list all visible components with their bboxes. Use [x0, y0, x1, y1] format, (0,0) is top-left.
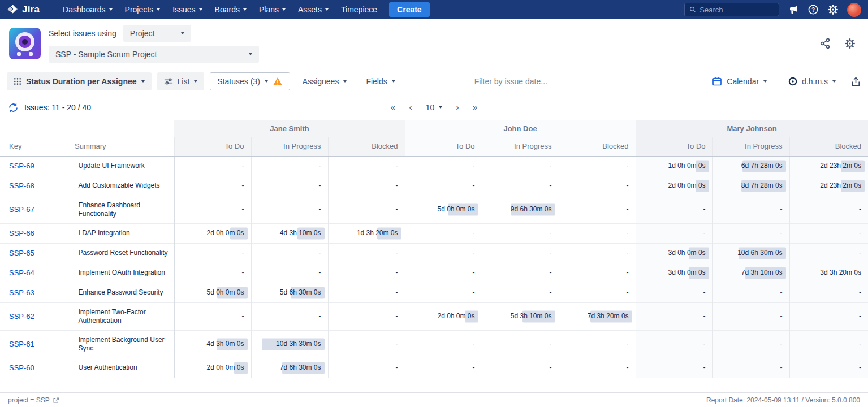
duration-cell: - — [482, 283, 559, 302]
previous-page-button[interactable]: ‹ — [409, 103, 412, 112]
create-button[interactable]: Create — [389, 2, 430, 17]
announcements-button[interactable] — [788, 4, 799, 15]
topnav-item-assets[interactable]: Assets — [292, 0, 335, 19]
topnav-item-plans[interactable]: Plans — [253, 0, 292, 19]
issue-source-select[interactable]: Project — [123, 25, 191, 42]
duration-cell: - — [405, 330, 482, 358]
duration-cell-content: - — [718, 340, 785, 349]
topnav-item-projects[interactable]: Projects — [119, 0, 167, 19]
duration-cell-content: - — [333, 205, 400, 214]
issue-key-link[interactable]: SSP-67 — [9, 205, 34, 214]
duration-cell: - — [789, 283, 868, 302]
share-report-button[interactable] — [819, 38, 831, 49]
duration-cell: 3d 0h 0m 0s — [636, 243, 712, 263]
duration-cell: - — [405, 223, 482, 243]
user-avatar[interactable] — [847, 3, 861, 17]
sliders-icon — [164, 77, 173, 86]
assignees-filter-label: Assignees — [303, 77, 339, 86]
duration-cell-content: - — [179, 205, 247, 214]
duration-cell: - — [328, 263, 405, 283]
issue-summary-cell: Implement Two-Factor Authentication — [74, 302, 174, 330]
help-button[interactable]: ? — [807, 4, 819, 15]
status-column-header: In Progress — [482, 137, 559, 156]
duration-value: 4d 3h 10m 0s — [280, 229, 323, 237]
duration-cell: - — [328, 156, 405, 176]
select-issues-label: Select issues using — [49, 29, 116, 38]
toolbar-right: Calendar d.h.m.s — [705, 72, 861, 90]
calendar-select-button[interactable]: Calendar — [705, 72, 774, 90]
first-page-button[interactable]: « — [390, 103, 395, 112]
report-type-select[interactable]: Status Duration per Assignee — [7, 72, 152, 90]
chevron-down-icon — [265, 80, 268, 83]
duration-cell: - — [712, 196, 789, 223]
issue-key-link[interactable]: SSP-61 — [9, 340, 34, 348]
issue-key-link[interactable]: SSP-62 — [9, 312, 34, 321]
settings-button[interactable] — [827, 4, 839, 15]
duration-cell: - — [636, 283, 712, 302]
duration-cell: - — [789, 223, 868, 243]
issue-key-link[interactable]: SSP-66 — [9, 229, 34, 237]
page: Jira DashboardsProjectsIssuesBoardsPlans… — [0, 0, 868, 407]
report-footer: project = SSP Report Date: 2024-05-09 13… — [0, 392, 868, 407]
topnav-item-dashboards[interactable]: Dashboards — [57, 0, 119, 19]
duration-cell-content: - — [794, 249, 863, 258]
issue-summary-cell: Password Reset Functionality — [74, 243, 174, 263]
duration-cell: - — [251, 176, 328, 196]
project-select[interactable]: SSP - Sample Scrum Project — [49, 46, 259, 63]
jira-logo[interactable]: Jira — [7, 4, 40, 16]
issues-bar: Issues: 11 - 20 / 40 « ‹ 10 › » — [0, 95, 868, 120]
assignees-filter-button[interactable]: Assignees — [296, 72, 354, 90]
issue-date-filter-input[interactable] — [474, 77, 593, 86]
duration-cell: - — [559, 196, 636, 223]
issue-key-link[interactable]: SSP-68 — [9, 181, 34, 190]
refresh-button[interactable] — [8, 102, 19, 113]
time-format-select-button[interactable]: d.h.m.s — [781, 72, 843, 90]
issue-summary-cell: Update UI Framework — [74, 156, 174, 176]
issue-source-value: Project — [130, 29, 155, 38]
duration-cell-content: 2d 0h 0m 0s — [410, 312, 477, 321]
duration-cell: - — [482, 330, 559, 358]
last-page-button[interactable]: » — [473, 103, 478, 112]
external-link-icon[interactable] — [53, 397, 59, 404]
duration-cell-content: - — [641, 340, 708, 349]
chevron-down-icon — [109, 8, 113, 11]
duration-cell-content: 5d 0h 0m 0s — [410, 205, 477, 214]
topnav-item-label: Boards — [215, 5, 240, 14]
duration-empty: - — [859, 312, 863, 320]
statuses-filter-button[interactable]: Statuses (3) — [210, 72, 290, 90]
topnav-item-issues[interactable]: Issues — [166, 0, 208, 19]
chevron-down-icon — [157, 8, 160, 11]
duration-empty: - — [396, 205, 400, 213]
page-size-select[interactable]: 10 — [426, 103, 443, 112]
topnav-item-label: Plans — [259, 5, 279, 14]
duration-cell: - — [559, 283, 636, 302]
report-settings-button[interactable] — [844, 38, 856, 49]
duration-cell-content: - — [487, 340, 554, 349]
status-column-header: Blocked — [328, 137, 405, 156]
issue-key-link[interactable]: SSP-65 — [9, 249, 34, 257]
topnav-item-boards[interactable]: Boards — [209, 0, 253, 19]
duration-value: 2d 0h 0m 0s — [206, 229, 246, 237]
report-toolbar: Status Duration per Assignee List Status… — [0, 68, 868, 95]
report-type-value: Status Duration per Assignee — [26, 77, 137, 86]
issue-key-link[interactable]: SSP-60 — [9, 363, 34, 372]
duration-cell-content: - — [564, 229, 631, 238]
fields-select-button[interactable]: Fields — [359, 72, 401, 90]
view-mode-select[interactable]: List — [157, 72, 205, 90]
issue-key-link[interactable]: SSP-64 — [9, 269, 34, 277]
issue-key-link[interactable]: SSP-63 — [9, 288, 34, 297]
duration-cell: 10d 3h 30m 0s — [251, 330, 328, 358]
topnav-left: Jira DashboardsProjectsIssuesBoardsPlans… — [7, 0, 430, 19]
duration-cell: - — [405, 263, 482, 283]
duration-cell: - — [328, 176, 405, 196]
duration-cell-content: - — [641, 205, 708, 214]
duration-cell-content: - — [333, 363, 400, 373]
export-button[interactable] — [850, 76, 861, 87]
topnav-item-label: Projects — [125, 5, 154, 14]
topnav-item-timepiece[interactable]: Timepiece — [335, 0, 383, 19]
next-page-button[interactable]: › — [456, 103, 459, 112]
duration-cell-content: - — [794, 205, 863, 214]
duration-cell: 2d 0h 0m 0s — [405, 302, 482, 330]
search-input[interactable] — [699, 6, 774, 14]
issue-key-link[interactable]: SSP-69 — [9, 162, 34, 170]
